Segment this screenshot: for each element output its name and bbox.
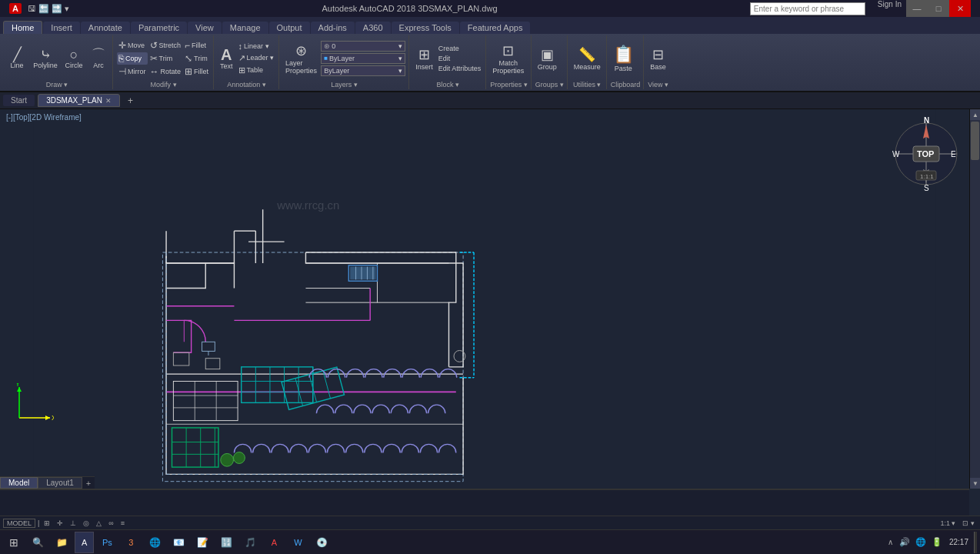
new-tab-button[interactable]: + [123,94,138,108]
osnap-toggle[interactable]: △ [94,519,104,527]
lwt-toggle[interactable]: ≡ [118,519,127,527]
editattr-button[interactable]: Edit Attributes [437,64,483,73]
move-button[interactable]: ✛Move [117,39,148,52]
systray-up-arrow[interactable]: ∧ [885,538,895,546]
array-button[interactable]: ⊞Fillet [183,65,210,78]
taskbar-autocad[interactable]: A [75,532,94,553]
search-input[interactable] [750,2,865,15]
drawing-area[interactable]: www.rrcg.cn X Y [0,109,969,489]
minimize-btn[interactable]: — [906,0,928,17]
view-group-label[interactable]: View ▾ [648,81,668,89]
polyline-button[interactable]: ⤷ Polyline [31,46,60,71]
tab-view[interactable]: View [188,22,222,34]
layer-dropdown[interactable]: ⊛0▾ [321,41,405,52]
taskbar-explorer[interactable]: 📁 [51,532,72,553]
tab-manage[interactable]: Manage [222,22,268,34]
taskbar-chrome[interactable]: 🌐 [144,532,165,553]
fillet-button[interactable]: ⌐Fillet [183,39,210,52]
systray-network[interactable]: 🌐 [914,537,928,547]
taskbar-notepad[interactable]: 📝 [192,532,213,553]
line-button[interactable]: ╱ Line [5,46,29,71]
text-button[interactable]: A Text [218,45,235,72]
dimension-button[interactable]: ↕Linear ▾ [237,41,276,52]
otrack-toggle[interactable]: ∞ [106,519,115,527]
layers-group-label[interactable]: Layers ▾ [283,81,405,89]
show-desktop[interactable] [974,532,977,553]
taskbar-3dsmax[interactable]: 3 [120,532,142,553]
tab-insert[interactable]: Insert [43,22,80,34]
linetype-dropdown[interactable]: ByLayer▾ [321,65,405,76]
tab-home[interactable]: Home [3,21,42,34]
scrollbar-thumb[interactable] [971,122,979,160]
match-properties-button[interactable]: ⊡ MatchProperties [490,41,526,76]
search-box[interactable] [750,0,865,17]
measure-button[interactable]: 📏 Measure [572,45,603,72]
systray-volume[interactable]: 🔊 [898,537,912,547]
base-button[interactable]: ⊟ Base [648,45,668,72]
scrollbar-down-arrow[interactable]: ▼ [970,478,980,489]
leader-button[interactable]: ↗Leader ▾ [237,52,276,64]
sign-in[interactable]: Sign In [873,0,906,17]
tab-output[interactable]: Output [269,22,310,34]
start-button[interactable]: ⊞ [3,532,25,553]
taskbar-media[interactable]: 💿 [311,532,332,553]
layout-tab-layout1[interactable]: Layout1 [38,477,82,489]
create-button[interactable]: Create [437,44,483,53]
arc-button[interactable]: ⌒ Arc [88,46,109,71]
annotation-group-label[interactable]: Annotation ▾ [218,81,275,89]
polar-toggle[interactable]: ◎ [81,519,92,527]
utilities-group-label[interactable]: Utilities ▾ [572,81,603,89]
stretch-button[interactable]: ↔Rotate [148,65,183,78]
active-file-tab[interactable]: 3DSMAX_PLAN ✕ [38,94,120,107]
taskbar-word[interactable]: W [287,532,308,553]
tab-close-icon[interactable]: ✕ [105,97,112,105]
tab-expresstools[interactable]: Express Tools [392,22,459,34]
systray-battery[interactable]: 🔋 [930,537,944,547]
group-button[interactable]: ▣ Group [535,45,559,72]
annotation-scale[interactable]: 1:1 ▾ [938,519,958,527]
vertical-scrollbar[interactable]: ▲ ▼ [969,109,980,489]
taskbar-photoshop[interactable]: Ps [96,532,118,553]
close-btn[interactable]: ✕ [949,0,971,17]
scale-button[interactable]: ⤡Trim [183,52,210,65]
rotate-button[interactable]: ↺Stretch [148,39,183,52]
add-layout-button[interactable]: + [82,478,95,489]
taskbar-search[interactable]: 🔍 [27,532,48,553]
insert-button[interactable]: ⊞ Insert [413,45,435,72]
model-status[interactable]: MODEL [3,519,35,528]
draw-group-label[interactable]: Draw ▾ [5,81,109,89]
color-dropdown[interactable]: ■ByLayer▾ [321,53,405,64]
taskbar-acrobat[interactable]: A [263,532,285,553]
taskbar-outlook[interactable]: 📧 [168,532,189,553]
trim-button[interactable]: ✂Trim [148,52,183,65]
snap-toggle[interactable]: ✛ [55,519,65,527]
ribbon-content: ╱ Line ⤷ Polyline ○ Circle ⌒ Arc Draw ▾ … [0,34,980,92]
viewport-scale[interactable]: ⊡ ▾ [960,519,977,527]
groups-group-label[interactable]: Groups ▾ [535,81,564,89]
taskbar-spotify[interactable]: 🎵 [239,532,261,553]
tab-a360[interactable]: A360 [355,22,391,34]
ortho-toggle[interactable]: ⊥ [68,519,78,527]
modify-group-label[interactable]: Modify ▾ [117,81,210,89]
tab-annotate[interactable]: Annotate [81,22,130,34]
edit-button[interactable]: Edit [437,54,483,63]
copy-button[interactable]: ⎘Copy [117,52,148,65]
block-group-label[interactable]: Block ▾ [413,81,482,89]
tab-addins[interactable]: Add-ins [311,22,355,34]
circle-button[interactable]: ○ Circle [62,46,86,71]
scrollbar-up-arrow[interactable]: ▲ [970,109,980,120]
start-tab[interactable]: Start [3,95,35,106]
layout-tab-model[interactable]: Model [0,477,38,489]
tab-parametric[interactable]: Parametric [131,22,187,34]
mirror-button[interactable]: ⊣Mirror [117,65,148,78]
properties-group-label[interactable]: Properties ▾ [490,81,528,89]
taskbar-calculator[interactable]: 🔢 [215,532,237,553]
grid-toggle[interactable]: ⊞ [42,519,52,527]
layer-properties-button[interactable]: ⊛ LayerProperties [283,41,319,76]
clipboard-group-label[interactable]: Clipboard [611,81,641,89]
paste-button[interactable]: 📋 Paste [611,43,636,74]
tab-featuredapps[interactable]: Featured Apps [460,22,531,34]
maximize-btn[interactable]: □ [928,0,949,17]
table-button[interactable]: ⊞Table [237,65,276,76]
annotation-group: A Text ↕Linear ▾ ↗Leader ▾ ⊞Table Annota… [215,35,279,89]
